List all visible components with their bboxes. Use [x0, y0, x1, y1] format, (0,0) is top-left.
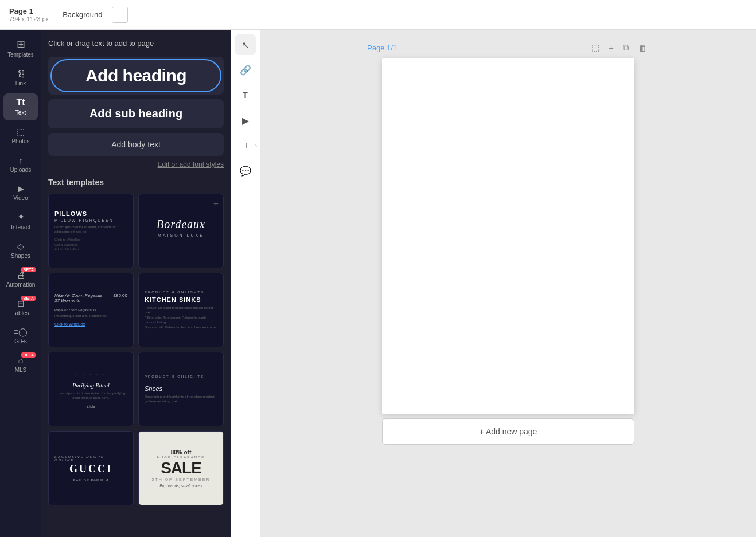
gifs-icon: ≡◯: [14, 328, 28, 336]
sidebar-label-shapes: Shapes: [11, 253, 30, 259]
automation-beta-badge: BETA: [21, 267, 36, 272]
page-duplicate-button[interactable]: ⧉: [621, 41, 632, 54]
background-color-swatch[interactable]: [112, 7, 128, 23]
tpl-nike-top: Nike Air Zoom Pegasus37 Women's £85.00: [54, 293, 127, 303]
shape-tool-icon: □: [241, 140, 247, 151]
tpl-ritual-dots: · · · · ·: [76, 370, 106, 379]
main-layout: ⊞ Templates ⛓ Link Tt Text ⬚ Photos ↑ Up…: [0, 30, 756, 537]
page-add-button[interactable]: +: [606, 42, 616, 54]
media-tool-icon: ▶: [242, 115, 249, 126]
sidebar-item-automation[interactable]: BETA 🖨 Automation: [3, 266, 38, 292]
bodytext-text: Add body text: [111, 140, 161, 149]
text-tool-button[interactable]: T: [235, 85, 256, 105]
add-bodytext-button[interactable]: Add body text: [48, 133, 224, 156]
template-card-nike[interactable]: Nike Air Zoom Pegasus37 Women's £85.00 P…: [48, 273, 134, 347]
media-tool-button[interactable]: ▶: [235, 110, 256, 131]
page-copy-button[interactable]: ⬚: [589, 41, 602, 54]
tpl-bordeaux-divider: [173, 241, 190, 241]
tpl-sale-tag: Big brands, small prices: [159, 484, 202, 488]
template-card-pillows[interactable]: Pillows PILLOW HIGHQUEEN Lorem ipsum dol…: [48, 194, 134, 268]
sidebar-label-templates: Templates: [7, 52, 34, 58]
page-delete-button[interactable]: 🗑: [636, 42, 649, 54]
sidebar-label-automation: Automation: [6, 281, 36, 288]
sidebar-item-shapes[interactable]: ◇ Shapes: [3, 237, 38, 264]
tpl-pillows-title: Pillows: [54, 210, 87, 217]
canvas-page: [382, 58, 634, 414]
subheading-text: Add sub heading: [89, 107, 182, 120]
page-actions: ⬚ + ⧉ 🗑: [589, 41, 649, 54]
tpl-nike-desc: Papa Air Zoom Pegasus 37 Pellentesque se…: [54, 308, 107, 328]
interact-icon: ✦: [17, 213, 25, 222]
template-card-bordeaux[interactable]: + Bordeaux MAISON LUXE: [138, 194, 224, 268]
cursor-tool-button[interactable]: ↖: [235, 34, 256, 55]
sidebar-label-tables: Tables: [13, 310, 29, 316]
templates-grid: Pillows PILLOW HIGHQUEEN Lorem ipsum dol…: [48, 194, 224, 505]
sidebar-item-photos[interactable]: ⬚ Photos: [3, 123, 38, 149]
text-icon: Tt: [16, 98, 25, 107]
template-card-ritual[interactable]: · · · · · Purifying Ritual Lorem ipsum t…: [48, 352, 134, 426]
sidebar-item-video[interactable]: ▶ Video: [3, 180, 38, 206]
add-new-page-button[interactable]: + Add new page: [382, 418, 634, 445]
sidebar-label-gifs: GIFs: [14, 338, 27, 344]
sidebar-label-photos: Photos: [11, 138, 29, 144]
tables-beta-badge: BETA: [21, 296, 36, 301]
add-subheading-button[interactable]: Add sub heading: [48, 99, 224, 128]
templates-icon: ⊞: [17, 39, 25, 49]
text-templates-header: Text templates: [48, 178, 224, 187]
mls-beta-badge: BETA: [21, 352, 36, 358]
sidebar-item-mls[interactable]: BETA ⌂ MLS: [3, 351, 38, 378]
tpl-pillows-desc: Lorem ipsum dolor sit amet, consectetur …: [54, 225, 127, 234]
template-shoes-inner: PRODUCT HIGHLIGHTS Shoes Description and…: [139, 352, 223, 426]
tpl-sale-date: 5TH OF SEPTEMBER: [151, 477, 210, 481]
font-styles-link[interactable]: Edit or add font styles: [158, 160, 224, 168]
tpl-sale-big: SALE: [161, 459, 201, 477]
photos-icon: ⬚: [17, 127, 25, 136]
sidebar-item-gifs[interactable]: ≡◯ GIFs: [3, 323, 38, 349]
comment-tool-icon: 💬: [240, 166, 251, 177]
sidebar-item-uploads[interactable]: ↑ Uploads: [3, 151, 38, 178]
tpl-shoes-label: PRODUCT HIGHLIGHTS: [145, 375, 204, 378]
tpl-pillows-sub: PILLOW HIGHQUEEN: [54, 218, 114, 222]
link-tool-icon: 🔗: [240, 65, 251, 76]
tpl-ritual-desc: Lorem ipsum text description for the pur…: [54, 391, 127, 401]
background-label: Background: [63, 10, 102, 19]
comment-tool-button[interactable]: 💬: [235, 160, 256, 181]
template-kitchen-inner: Product highlights KITCHEN SINKS Feature…: [139, 273, 223, 347]
sidebar-item-interact[interactable]: ✦ Interact: [3, 208, 38, 235]
shape-tool-button[interactable]: □: [233, 135, 254, 156]
text-panel-header: Click or drag text to add to page: [48, 37, 224, 50]
tpl-nike-name: Nike Air Zoom Pegasus37 Women's: [54, 293, 103, 303]
bordeaux-plus-icon: +: [213, 199, 219, 209]
tpl-bordeaux-sub: MAISON LUXE: [158, 233, 204, 237]
template-ritual-inner: · · · · · Purifying Ritual Lorem ipsum t…: [49, 352, 133, 426]
sidebar-item-tables[interactable]: BETA ⊟ Tables: [3, 295, 38, 321]
page-info: Page 1 794 x 1123 px: [9, 7, 49, 22]
text-panel: Click or drag text to add to page Add he…: [41, 30, 231, 537]
canvas-area: Page 1/1 ⬚ + ⧉ 🗑 + Add new page: [260, 30, 756, 537]
tpl-gucci-bottom: eau de parfum: [73, 479, 109, 482]
shape-expand-icon[interactable]: ›: [255, 143, 257, 149]
template-sale-inner: 80% off HUGE CLEARANCE SALE 5TH OF SEPTE…: [139, 432, 223, 505]
heading-text: Add heading: [85, 66, 186, 85]
template-card-sale[interactable]: 80% off HUGE CLEARANCE SALE 5TH OF SEPTE…: [138, 431, 224, 505]
template-nike-inner: Nike Air Zoom Pegasus37 Women's £85.00 P…: [49, 273, 133, 347]
font-styles-row: Edit or add font styles: [48, 160, 224, 168]
top-bar: Page 1 794 x 1123 px Background: [0, 0, 756, 30]
sidebar-label-link: Link: [15, 80, 26, 87]
text-tool-icon: T: [243, 91, 248, 100]
sidebar-label-interact: Interact: [11, 224, 30, 230]
template-card-kitchen[interactable]: Product highlights KITCHEN SINKS Feature…: [138, 273, 224, 347]
template-card-gucci[interactable]: exclusive drops · online GUCCI eau de pa…: [48, 431, 134, 505]
add-heading-button[interactable]: Add heading: [48, 57, 224, 95]
sidebar-item-templates[interactable]: ⊞ Templates: [3, 34, 38, 62]
sidebar-item-text[interactable]: Tt Text: [3, 93, 38, 120]
sidebar-label-mls: MLS: [15, 367, 27, 373]
page-dimensions: 794 x 1123 px: [9, 15, 49, 22]
link-tool-button[interactable]: 🔗: [235, 60, 256, 80]
tpl-shoes-desc: Description and highlights of the shoe p…: [145, 394, 217, 404]
page-header-bar: Page 1/1 ⬚ + ⧉ 🗑: [365, 41, 652, 54]
template-card-shoes[interactable]: PRODUCT HIGHLIGHTS Shoes Description and…: [138, 352, 224, 426]
sidebar-label-text: Text: [15, 109, 26, 116]
tpl-shoes-divider: [145, 381, 156, 381]
sidebar-item-link[interactable]: ⛓ Link: [3, 65, 38, 91]
